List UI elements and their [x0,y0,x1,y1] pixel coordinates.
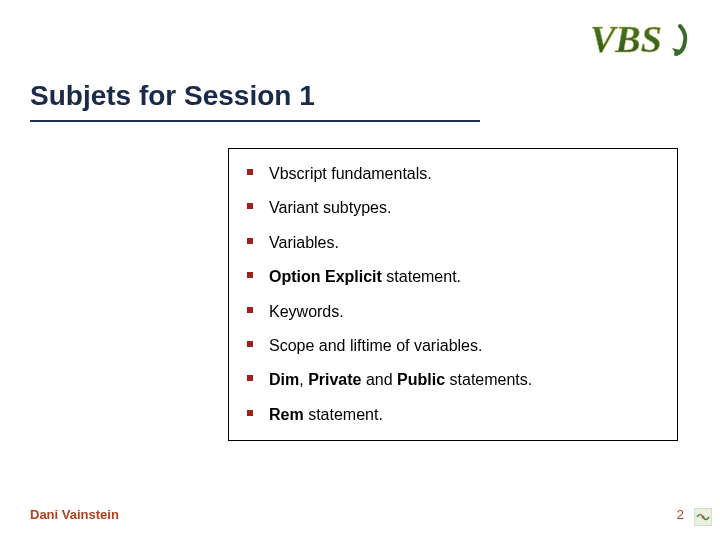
bullet-item: Variant subtypes. [259,191,667,225]
bullet-text: , [299,371,308,388]
bullet-text: Rem [269,406,304,423]
slide-title: Subjets for Session 1 [30,80,315,112]
bullet-text: Public [397,371,445,388]
bullet-item: Dim, Private and Public statements. [259,363,667,397]
bullet-item: Vbscript fundamentals. [259,157,667,191]
vbs-logo: VBS [590,14,700,64]
footer-author: Dani Vainstein [30,507,119,522]
bullet-text: Option Explicit [269,268,382,285]
bullet-text: statements. [445,371,532,388]
bullet-item: Scope and liftime of variables. [259,329,667,363]
bullet-item: Rem statement. [259,398,667,432]
bullet-item: Variables. [259,226,667,260]
bullet-text: Scope and liftime of variables. [269,337,482,354]
bullet-text: Variant subtypes. [269,199,391,216]
bullet-text: Private [308,371,361,388]
svg-point-2 [702,516,705,519]
footer-page-number: 2 [677,507,684,522]
bullet-text: Dim [269,371,299,388]
title-underline [30,120,480,122]
bullet-text: and [362,371,398,388]
bullet-item: Option Explicit statement. [259,260,667,294]
bullet-text: Keywords. [269,303,344,320]
footer-decoration-icon [694,508,712,526]
bullet-text: statement. [304,406,383,423]
bullet-text: statement. [382,268,461,285]
bullet-text: Vbscript fundamentals. [269,165,432,182]
bullet-item: Keywords. [259,295,667,329]
bullet-text: Variables. [269,234,339,251]
content-box: Vbscript fundamentals.Variant subtypes.V… [228,148,678,441]
svg-text:VBS: VBS [590,18,662,60]
